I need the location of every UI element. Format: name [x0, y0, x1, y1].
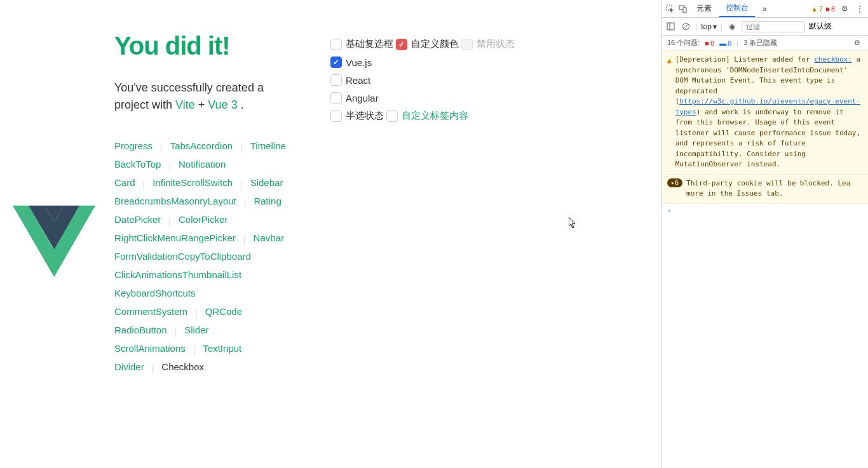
nav-link-tabs[interactable]: Tabs	[170, 139, 191, 152]
inspect-icon[interactable]	[665, 3, 676, 15]
vue-logo-icon	[13, 203, 95, 279]
log-level-dropdown[interactable]: 默认级	[809, 21, 832, 32]
device-toggle-icon[interactable]	[677, 3, 689, 15]
nav-link-rightclickmenu[interactable]: RightClickMenu	[114, 231, 181, 244]
console-toolbar: | top ▾ | ◉ 默认级	[662, 18, 868, 36]
nav-link-backtotop[interactable]: BackToTop	[114, 157, 161, 171]
react-label: React	[346, 75, 370, 86]
console-prompt[interactable]: ›	[662, 204, 868, 217]
page-title: You did it!	[114, 32, 292, 60]
mouse-cursor-icon	[569, 217, 578, 231]
indeterminate-checkbox[interactable]	[330, 110, 342, 122]
nav-link-masonrylayout[interactable]: MasonryLayout	[171, 194, 236, 208]
tab-elements[interactable]: 元素	[690, 1, 718, 17]
custom-label-label: 自定义标签内容	[402, 110, 468, 122]
nav-link-commentsystem[interactable]: CommentSystem	[114, 305, 187, 318]
devtools-tabs: 元素 控制台 » ▲7 ■8 ⚙ ⋮	[662, 0, 868, 18]
nav-link-checkbox[interactable]: Checkbox	[161, 360, 204, 373]
nav-link-datepicker[interactable]: DatePicker	[114, 213, 161, 226]
devtools-panel: 元素 控制台 » ▲7 ■8 ⚙ ⋮ | top ▾ | ◉ 默认级 16 个问…	[661, 0, 868, 468]
nav-link-textinput[interactable]: TextInput	[203, 342, 241, 355]
nav-link-scrollanimations[interactable]: ScrollAnimations	[114, 342, 186, 355]
issues-gear-icon[interactable]: ⚙	[851, 37, 863, 49]
nav-link-sidebar[interactable]: Sidebar	[250, 176, 283, 189]
tab-more[interactable]: »	[756, 2, 773, 16]
disabled-label: 禁用状态	[477, 38, 515, 50]
eye-icon[interactable]: ◉	[726, 21, 738, 32]
nav-link-progress[interactable]: Progress	[114, 139, 153, 152]
warning-icon: ▲	[667, 56, 672, 170]
vuejs-checkbox[interactable]	[330, 57, 342, 68]
gear-icon[interactable]: ⚙	[839, 3, 850, 15]
link-checkbox-source[interactable]: checkbox:	[814, 55, 852, 64]
console-messages: ▲ [Deprecation] Listener added for check…	[662, 51, 868, 468]
custom-color-label: 自定义颜色	[411, 38, 459, 50]
link-uievents[interactable]: https://w3c.github.io/uievents/	[679, 97, 810, 105]
nav-link-accordion[interactable]: Accordion	[190, 139, 233, 152]
nav-link-navbar[interactable]: Navbar	[254, 231, 284, 244]
issues-error-badge[interactable]: ■8	[705, 39, 714, 47]
nav-link-rating[interactable]: Rating	[254, 194, 281, 208]
context-dropdown[interactable]: top ▾	[701, 22, 717, 31]
disabled-checkbox	[461, 39, 473, 50]
custom-color-checkbox[interactable]	[396, 39, 407, 50]
nav-link-card[interactable]: Card	[114, 176, 135, 189]
clear-console-icon[interactable]	[680, 21, 691, 32]
nav-link-slider[interactable]: Slider	[184, 323, 208, 337]
nav-link-switch[interactable]: Switch	[205, 176, 233, 189]
basic-checkbox-label: 基础复选框	[346, 38, 393, 50]
sidebar-toggle-icon[interactable]	[665, 21, 676, 32]
svg-rect-3	[667, 23, 674, 30]
nav-link-divider[interactable]: Divider	[114, 360, 144, 373]
indeterminate-label: 半选状态	[346, 110, 384, 122]
error-badge[interactable]: ■8	[825, 5, 835, 13]
nav-link-clickanimations[interactable]: ClickAnimations	[114, 268, 182, 281]
nav-link-formvalidation[interactable]: FormValidation	[114, 250, 178, 263]
nav-link-timeline[interactable]: Timeline	[250, 139, 286, 152]
console-message-info: ▸ 6 Third-party cookie will be blocked. …	[662, 175, 868, 204]
nav-link-infinitescroll[interactable]: InfiniteScroll	[153, 176, 205, 189]
angular-checkbox[interactable]	[330, 92, 342, 104]
nav-link-thumbnaillist[interactable]: ThumbnailList	[182, 268, 241, 281]
react-checkbox[interactable]	[330, 74, 342, 86]
tab-console[interactable]: 控制台	[719, 0, 755, 17]
issues-bar: 16 个问题: ■8 ▬8 | 3 条已隐藏 ⚙	[662, 36, 868, 51]
nav-link-radiobutton[interactable]: RadioButton	[114, 323, 167, 337]
nav-link-keyboardshortcuts[interactable]: KeyboardShortcuts	[114, 286, 196, 300]
nav-link-rangepicker[interactable]: RangePicker	[181, 231, 236, 244]
svg-rect-2	[683, 8, 686, 13]
warning-badge[interactable]: ▲7	[811, 5, 823, 13]
nav-link-qrcode[interactable]: QRCode	[205, 305, 242, 318]
more-icon[interactable]: ⋮	[854, 3, 865, 15]
svg-line-6	[684, 24, 688, 29]
message-count-badge: ▸ 6	[667, 178, 682, 187]
component-nav: Progress|TabsAccordion|TimelineBackToTop…	[114, 139, 292, 378]
issues-hidden: 3 条已隐藏	[743, 38, 777, 48]
angular-label: Angular	[346, 93, 379, 104]
issues-info-badge[interactable]: ▬8	[719, 39, 731, 47]
page-subtitle: You've successfully created a project wi…	[114, 79, 292, 114]
nav-link-copytoclipboard[interactable]: CopyToClipboard	[178, 250, 251, 263]
vuejs-label: Vue.js	[346, 57, 372, 68]
filter-input[interactable]	[742, 21, 805, 32]
nav-link-breadcrumbs[interactable]: Breadcrumbs	[114, 194, 171, 208]
nav-link-colorpicker[interactable]: ColorPicker	[179, 213, 228, 226]
nav-link-notification[interactable]: Notification	[179, 157, 226, 171]
custom-label-checkbox[interactable]	[386, 110, 398, 122]
checkbox-demo-area: 基础复选框 自定义颜色 禁用状态 Vue.js React Angular 半选…	[330, 38, 521, 468]
basic-checkbox[interactable]	[330, 39, 342, 50]
console-message-warning: ▲ [Deprecation] Listener added for check…	[662, 51, 868, 175]
issues-label: 16 个问题:	[667, 38, 700, 48]
